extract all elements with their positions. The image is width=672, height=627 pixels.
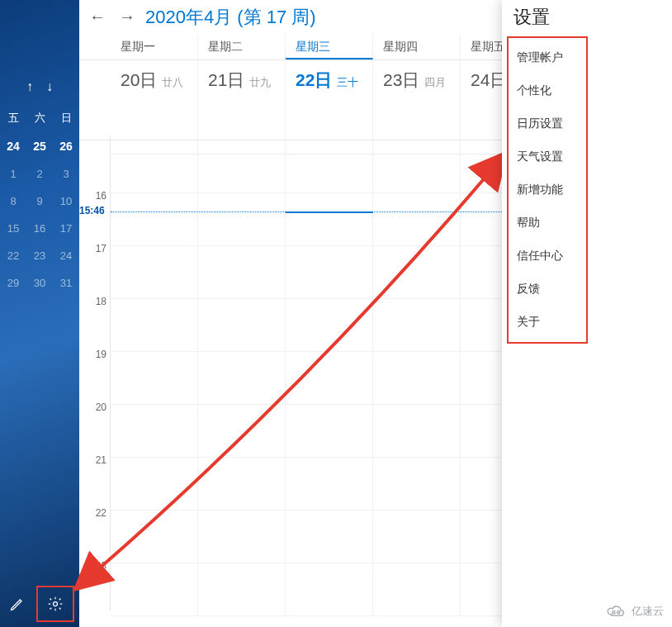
time-cell[interactable] [198, 246, 286, 299]
hour-label: 20 [79, 400, 111, 453]
time-cell[interactable] [373, 299, 461, 352]
settings-button[interactable] [36, 586, 74, 622]
settings-item-manage-account[interactable]: 管理帐户 [509, 41, 586, 74]
mini-date-cell[interactable]: 16 [26, 215, 53, 242]
time-cell[interactable] [373, 352, 461, 405]
time-cell[interactable] [111, 458, 198, 511]
date-col-3[interactable]: 23日 四月 [373, 60, 461, 140]
time-cell[interactable] [373, 511, 461, 563]
settings-item-weather[interactable]: 天气设置 [509, 140, 586, 173]
settings-item-personalize[interactable]: 个性化 [509, 74, 586, 107]
time-cell[interactable] [373, 458, 461, 511]
mini-row-2: 8 9 10 [0, 188, 79, 215]
time-cell[interactable] [373, 563, 461, 616]
time-cell[interactable] [286, 352, 373, 405]
settings-item-trust-center[interactable]: 信任中心 [509, 240, 586, 273]
mini-prev-month-icon[interactable]: ↑ [26, 79, 33, 94]
time-cell[interactable] [286, 405, 373, 458]
hour-label: 18 [79, 294, 111, 347]
time-cell[interactable] [286, 458, 373, 511]
time-cell[interactable] [373, 140, 461, 193]
date-main: 20日 [121, 70, 157, 89]
time-cell[interactable] [286, 193, 373, 246]
time-cell[interactable] [111, 299, 198, 352]
time-cell[interactable] [111, 563, 198, 616]
settings-item-whats-new[interactable]: 新增功能 [509, 173, 586, 207]
time-cell[interactable] [111, 193, 198, 246]
mini-date-cell[interactable]: 2 [26, 160, 53, 188]
time-cell[interactable] [198, 352, 286, 405]
time-cell[interactable] [286, 299, 373, 352]
mini-dow-sat: 六 [26, 104, 53, 132]
weekday-thu[interactable]: 星期四 [373, 35, 461, 59]
date-col-2[interactable]: 22日 三十 [286, 60, 373, 140]
mini-date-cell[interactable]: 17 [53, 215, 79, 242]
mini-date-cell[interactable]: 3 [53, 160, 79, 188]
settings-item-help[interactable]: 帮助 [509, 207, 586, 240]
edit-button[interactable] [0, 581, 35, 627]
time-cell[interactable] [198, 563, 286, 616]
mini-dow-row: 五 六 日 [0, 104, 79, 132]
mini-date-cell[interactable]: 23 [26, 242, 53, 269]
hour-label: 17 [79, 241, 111, 294]
sidebar-bottom-bar [0, 581, 79, 627]
mini-date-cell[interactable]: 24 [53, 242, 79, 269]
time-cell[interactable] [198, 511, 286, 563]
mini-date-cell[interactable]: 10 [53, 188, 79, 215]
time-cell[interactable] [111, 511, 198, 563]
mini-date-cell[interactable]: 24 [0, 132, 26, 160]
time-cell[interactable] [373, 405, 461, 458]
mini-date-cell[interactable]: 8 [0, 188, 26, 215]
weekday-tue[interactable]: 星期二 [198, 35, 286, 59]
time-cell[interactable] [286, 511, 373, 563]
mini-date-cell[interactable]: 22 [0, 242, 26, 269]
time-cell[interactable] [286, 140, 373, 193]
date-col-1[interactable]: 21日 廿九 [198, 60, 286, 140]
gear-icon [47, 596, 64, 612]
time-cell[interactable] [198, 458, 286, 511]
mini-dow-fri: 五 [0, 104, 26, 132]
next-week-button[interactable]: → [116, 6, 139, 29]
weekday-mon[interactable]: 星期一 [111, 35, 198, 59]
mini-calendar-sidebar: ↑ ↓ 五 六 日 24 25 26 1 2 3 8 9 10 [0, 0, 79, 627]
time-cell[interactable] [198, 193, 286, 246]
mini-date-cell[interactable]: 31 [53, 269, 79, 297]
hour-label: 21 [79, 453, 111, 506]
time-cell[interactable] [111, 352, 198, 405]
time-cell[interactable] [198, 299, 286, 352]
mini-date-cell[interactable]: 9 [26, 188, 53, 215]
mini-date-cell[interactable]: 26 [53, 132, 79, 160]
time-cell[interactable] [373, 193, 461, 246]
time-cell[interactable] [286, 246, 373, 299]
prev-week-button[interactable]: ← [86, 6, 109, 29]
mini-date-cell[interactable]: 29 [0, 269, 26, 297]
time-cell[interactable] [111, 246, 198, 299]
time-cell[interactable] [198, 405, 286, 458]
watermark-text: 亿速云 [632, 604, 664, 619]
mini-date-cell[interactable]: 30 [26, 269, 53, 297]
settings-item-calendar[interactable]: 日历设置 [509, 107, 586, 140]
weekday-wed[interactable]: 星期三 [286, 35, 373, 59]
mini-date-cell[interactable]: 15 [0, 215, 26, 242]
date-col-0[interactable]: 20日 廿八 [111, 60, 198, 140]
date-main: 23日 [383, 70, 419, 89]
settings-item-feedback[interactable]: 反馈 [509, 273, 586, 306]
mini-row-1: 1 2 3 [0, 160, 79, 188]
settings-item-about[interactable]: 关于 [509, 306, 586, 339]
mini-date-cell[interactable]: 25 [26, 132, 53, 160]
date-sub: 廿八 [162, 76, 183, 88]
time-cell[interactable] [286, 563, 373, 616]
mini-date-cell[interactable]: 1 [0, 160, 26, 188]
mini-calendar-nav: ↑ ↓ [0, 79, 79, 94]
hour-label: 23 [79, 558, 111, 611]
mini-next-month-icon[interactable]: ↓ [46, 79, 53, 94]
settings-panel: 设置 管理帐户 个性化 日历设置 天气设置 新增功能 帮助 信任中心 反馈 关于 [502, 0, 672, 627]
time-cell[interactable] [111, 405, 198, 458]
time-cell[interactable] [198, 140, 286, 193]
date-main: 22日 [296, 70, 332, 89]
hour-label [79, 135, 111, 188]
time-cell[interactable] [373, 246, 461, 299]
date-sub: 三十 [337, 76, 358, 88]
time-cell[interactable] [111, 140, 198, 193]
watermark: 亿速云 [605, 604, 664, 619]
